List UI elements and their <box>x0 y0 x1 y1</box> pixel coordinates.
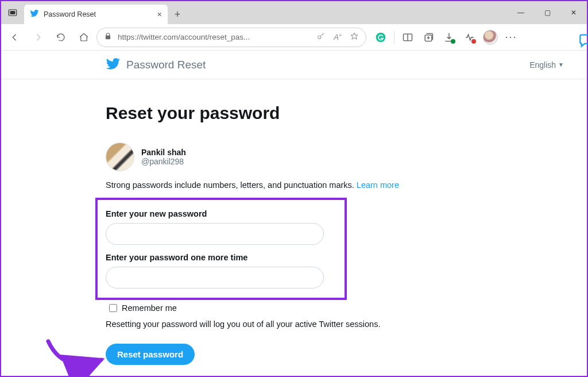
copilot-chat-icon[interactable] <box>579 32 588 51</box>
user-row: Pankil shah @pankil298 <box>106 143 473 171</box>
toolbar-divider <box>394 31 394 44</box>
close-window-button[interactable]: ✕ <box>560 1 587 24</box>
new-password-label: Enter your new password <box>106 209 336 218</box>
forward-button <box>28 27 48 48</box>
twitter-logo-icon <box>106 56 121 74</box>
home-button[interactable] <box>74 27 94 48</box>
remember-me-row[interactable]: Remember me <box>109 303 473 313</box>
svg-rect-1 <box>10 11 16 14</box>
window-titlebar: Password Reset × + — ▢ ✕ <box>1 1 587 24</box>
learn-more-link[interactable]: Learn more <box>357 180 399 190</box>
svg-point-2 <box>318 36 321 39</box>
new-tab-button[interactable]: + <box>168 5 187 24</box>
minimize-button[interactable]: — <box>508 1 534 24</box>
svg-point-3 <box>376 32 386 42</box>
downloads-icon[interactable] <box>439 28 459 47</box>
language-label: English <box>529 60 556 70</box>
user-handle: @pankil298 <box>141 157 186 166</box>
caret-down-icon: ▼ <box>558 61 564 68</box>
split-screen-icon[interactable] <box>398 28 417 47</box>
confirm-password-input[interactable] <box>106 267 324 288</box>
more-menu-button[interactable]: ··· <box>501 28 521 47</box>
logout-note: Resetting your password will log you out… <box>106 320 473 329</box>
remember-me-checkbox[interactable] <box>109 304 117 312</box>
tab-actions-button[interactable] <box>1 1 24 24</box>
user-avatar <box>106 143 134 171</box>
language-selector[interactable]: English ▼ <box>529 60 564 70</box>
remember-me-label: Remember me <box>122 303 177 313</box>
browser-toolbar: https://twitter.com/account/reset_pas...… <box>1 24 587 51</box>
collections-icon[interactable] <box>419 28 438 47</box>
tab-title: Password Reset <box>44 10 153 18</box>
read-aloud-icon[interactable]: A» <box>334 32 342 41</box>
page-header: Password Reset English ▼ <box>1 51 587 79</box>
back-button[interactable] <box>5 27 25 48</box>
new-password-input[interactable] <box>106 223 324 245</box>
maximize-button[interactable]: ▢ <box>534 1 560 24</box>
password-hint: Strong passwords include numbers, letter… <box>106 180 473 190</box>
twitter-favicon-icon <box>30 9 39 20</box>
favorite-icon[interactable] <box>350 32 359 43</box>
page-header-title: Password Reset <box>126 59 206 71</box>
password-key-icon[interactable] <box>316 32 326 43</box>
page-heading: Reset your password <box>106 103 473 123</box>
extension-heart-icon[interactable] <box>460 28 479 47</box>
password-fields-highlight: Enter your new password Enter your passw… <box>95 198 347 300</box>
address-bar[interactable]: https://twitter.com/account/reset_pas...… <box>96 28 366 47</box>
user-display-name: Pankil shah <box>141 148 186 157</box>
tab-close-button[interactable]: × <box>157 10 162 19</box>
profile-avatar[interactable] <box>481 28 500 47</box>
browser-tab[interactable]: Password Reset × <box>24 5 168 24</box>
grammarly-icon[interactable] <box>371 28 390 47</box>
lock-icon <box>104 32 112 42</box>
url-text: https://twitter.com/account/reset_pas... <box>118 33 311 41</box>
window-controls: — ▢ ✕ <box>508 1 587 24</box>
refresh-button[interactable] <box>51 27 71 48</box>
reset-password-button[interactable]: Reset password <box>106 344 195 365</box>
confirm-password-label: Enter your password one more time <box>106 253 336 262</box>
